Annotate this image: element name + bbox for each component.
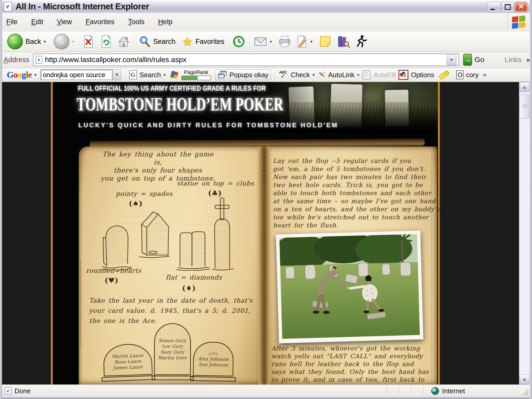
mail-dropdown-icon[interactable]: ▼ [269, 40, 272, 44]
menu-view[interactable]: View [51, 13, 78, 31]
menu-help[interactable]: Help [152, 13, 179, 31]
statue-cross-tombstone-sketch [207, 196, 237, 271]
menu-file[interactable]: File [0, 13, 24, 31]
menu-bar: File Edit View Favorites Tools Help [0, 13, 532, 32]
status-separator [387, 387, 387, 395]
notebook-left-page: The key thing about the game is, there's… [79, 147, 258, 384]
google-search-input[interactable] [41, 70, 112, 80]
page-title: TOMBSTONE HOLD’EM POKER [77, 94, 283, 115]
laure-tombstone: Martin Laure Rose Laure James Laure [103, 343, 153, 382]
autolink-dropdown-icon[interactable]: ▼ [357, 73, 360, 77]
page-margin-line [80, 261, 81, 347]
gbar-more-chevron-icon[interactable]: » [483, 71, 486, 78]
scroll-down-button[interactable]: ▼ [520, 375, 529, 384]
stop-button[interactable] [83, 35, 94, 48]
print-button[interactable] [278, 35, 291, 48]
running-man-icon [355, 35, 367, 48]
google-logo-dropdown-icon[interactable]: ▼ [34, 73, 37, 77]
autolink-button[interactable]: ✳ AutoLink ▼ [315, 71, 360, 79]
google-query-dropdown[interactable]: ▼ [112, 69, 121, 80]
status-separator [411, 387, 412, 395]
status-separator [423, 387, 424, 395]
g-icon: G [129, 70, 137, 79]
account-doc-icon [456, 70, 463, 79]
browser-viewport: FULL OFFICIAL 100% US ARMY CERTIFIED GRA… [2, 82, 519, 384]
johnson-tombstone: △O△ Alex Johnson Sue Johnson [193, 342, 234, 382]
popups-icon [218, 71, 227, 79]
page-icon: e [36, 56, 42, 64]
aim-button[interactable] [355, 35, 367, 48]
maximize-icon [505, 4, 511, 10]
check-dropdown-icon[interactable]: ▼ [312, 73, 315, 77]
options-button[interactable]: Options [396, 70, 434, 80]
history-button[interactable] [232, 35, 245, 48]
hearts-label: rounded=hearts [86, 267, 141, 274]
close-button[interactable]: × [515, 2, 527, 12]
address-dropdown-button[interactable]: ▼ [447, 54, 456, 65]
research-button[interactable] [337, 35, 350, 48]
spellcheck-icon: ABC ✓ [279, 70, 287, 79]
pagerank-label: PageRank [184, 69, 208, 75]
popups-button[interactable]: Popups okay [215, 69, 271, 80]
flat-tombstone-sketch [176, 225, 210, 271]
maximize-button[interactable] [501, 2, 514, 12]
menu-favorites[interactable]: Favorites [79, 13, 121, 31]
back-dropdown-icon[interactable]: ▼ [43, 40, 46, 44]
favorites-button[interactable]: ★ Favorites [182, 35, 224, 49]
scroll-up-button[interactable]: ▲ [520, 82, 529, 92]
forward-icon: → [54, 34, 69, 49]
standard-toolbar: ← Back ▼ → ▼ [0, 32, 532, 52]
johnson-deco: △O△ [194, 350, 233, 357]
mail-button[interactable]: ▼ [254, 36, 272, 47]
links-chevron-icon[interactable]: » [526, 56, 530, 64]
status-done: Done [15, 387, 31, 395]
gory-tombstone: Simon Gory Lee Gory Suzy Gory Martin Gor… [154, 323, 191, 380]
google-logo[interactable]: Google [7, 70, 32, 80]
check-label: Check [291, 71, 310, 79]
diamonds-symbol: (♦) [182, 284, 196, 292]
popups-label: Popups okay [229, 71, 268, 79]
right-paragraph-1: Lay out the flop --5 regular cards if yo… [273, 157, 440, 229]
windows-logo-box [507, 13, 530, 31]
messenger-button[interactable] [319, 36, 331, 48]
account-button[interactable]: cory [454, 70, 479, 79]
home-button[interactable] [117, 35, 130, 48]
autofill-button[interactable]: AutoFill [360, 70, 396, 79]
edit-button[interactable]: ▼ [296, 35, 313, 48]
forward-dropdown-icon[interactable]: ▼ [71, 40, 75, 44]
google-search-dropdown-icon[interactable]: ▼ [163, 73, 166, 77]
check-button[interactable]: ABC ✓ Check ▼ [279, 70, 315, 79]
go-icon[interactable]: → [463, 54, 472, 66]
close-icon: × [518, 1, 524, 12]
forward-button[interactable]: → ▼ [54, 34, 75, 49]
google-search-button[interactable]: G Search ▼ [129, 70, 166, 79]
autolink-label: AutoLink [328, 71, 354, 79]
vertical-scrollbar[interactable]: ▲ ▼ [519, 82, 530, 384]
refresh-icon [100, 35, 112, 48]
links-label[interactable]: Links [504, 56, 521, 64]
minimize-button[interactable] [488, 2, 500, 12]
pagerank-icon [170, 70, 179, 80]
status-separator [399, 387, 400, 395]
go-label[interactable]: Go [475, 56, 484, 64]
scrollbar-thumb[interactable] [520, 95, 529, 118]
refresh-button[interactable] [100, 35, 112, 48]
page-subtitle: LUCKY'S QUICK AND DIRTY RULES FOR TOMBST… [78, 122, 338, 129]
right-paragraph-2: After 3 minutes, whoever's got the worki… [271, 344, 429, 383]
highlighter-icon[interactable] [439, 70, 450, 80]
toolbar-separator [134, 35, 135, 49]
search-icon [139, 35, 151, 48]
edit-dropdown-icon[interactable]: ▼ [310, 40, 313, 44]
menu-tools[interactable]: Tools [122, 13, 151, 31]
google-toolbar: Google ▼ ▼ G Search ▼ PageRank Popups ok… [0, 68, 532, 82]
left-intro-paragraph: The key thing about the game is, there's… [97, 150, 219, 182]
pagerank-bar [181, 76, 211, 80]
menu-edit[interactable]: Edit [25, 13, 50, 31]
address-url[interactable]: http://www.lastcallpoker.com/allin/rules… [45, 56, 187, 64]
search-button[interactable]: Search [139, 35, 176, 48]
autofill-label: AutoFill [373, 71, 396, 79]
address-field[interactable]: e http://www.lastcallpoker.com/allin/rul… [33, 54, 459, 66]
back-button[interactable]: ← Back ▼ [7, 34, 46, 49]
stop-icon [83, 35, 94, 48]
resize-grip[interactable] [522, 389, 528, 395]
